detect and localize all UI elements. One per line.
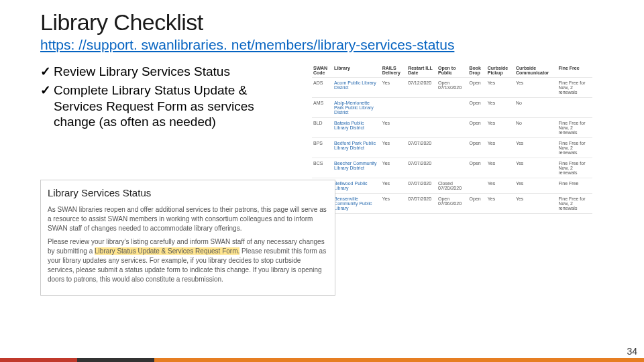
table-screenshot: SWAN Code Library RAILS Delivery Restart…	[285, 64, 644, 214]
source-url-link[interactable]: https: //support. swanlibraries. net/mem…	[0, 36, 644, 53]
slide-title: Library Checklist	[0, 9, 644, 36]
bullet-item: ✓ Complete Library Status Update & Servi…	[40, 82, 285, 130]
col-drop: Book Drop	[468, 64, 486, 78]
col-library: Library	[333, 64, 381, 78]
table-row: BCSBeecher Community Library DistrictYes…	[312, 158, 592, 178]
col-swan-code: SWAN Code	[312, 64, 333, 78]
bullet-text: Complete Library Status Update & Service…	[54, 82, 285, 130]
col-curb: Curbside Pickup	[486, 64, 515, 78]
bullet-text: Review Library Services Status	[54, 64, 230, 80]
status-table: SWAN Code Library RAILS Delivery Restart…	[312, 64, 592, 214]
col-open: Open to Public	[437, 64, 468, 78]
table-row: BLDBatavia Public Library DistrictYesOpe…	[312, 118, 592, 138]
slide-accent-bar	[0, 358, 644, 362]
col-comm: Curbside Communicator	[515, 64, 557, 78]
lss-highlight: Library Status Update & Services Request…	[95, 247, 239, 255]
table-row: AMSAlsip-Merrionette Park Public Library…	[312, 98, 592, 118]
lss-heading: Library Services Status	[48, 186, 328, 200]
lss-paragraph-1: As SWAN libraries reopen and offer addit…	[48, 205, 328, 233]
page-number: 34	[627, 346, 637, 357]
lss-paragraph-2: Please review your library's listing car…	[48, 237, 328, 284]
col-ill: Restart ILL Date	[407, 64, 437, 78]
table-row: ADSAcorn Public Library DistrictYes07/12…	[312, 78, 592, 98]
table-header-row: SWAN Code Library RAILS Delivery Restart…	[312, 64, 592, 78]
table-row: BWSBellwood Public LibraryYes07/07/2020C…	[312, 178, 592, 194]
library-services-status-box: Library Services Status As SWAN librarie…	[40, 180, 335, 296]
check-icon: ✓	[40, 64, 51, 80]
col-rails: RAILS Delivery	[381, 64, 407, 78]
check-icon: ✓	[40, 82, 51, 99]
col-fine: Fine Free	[557, 64, 592, 78]
table-row: BVDBensenville Community Public LibraryY…	[312, 194, 592, 214]
table-row: BPSBedford Park Public Library DistrictY…	[312, 138, 592, 158]
bullet-item: ✓ Review Library Services Status	[40, 64, 285, 80]
